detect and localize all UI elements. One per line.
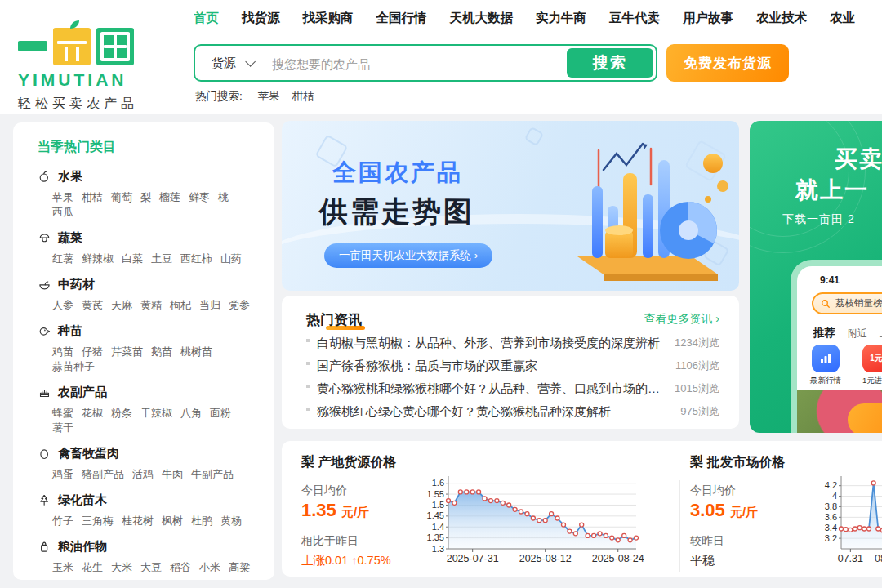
category-item[interactable]: 高粱 bbox=[229, 560, 250, 575]
category-item[interactable]: 面粉 bbox=[210, 406, 231, 421]
nav-item-9[interactable]: 农业 bbox=[830, 8, 855, 28]
news-item[interactable]: 黄心猕猴桃和绿猕猴桃哪个好？从品种、营养、口感到市场的全…1015浏览 bbox=[306, 377, 719, 400]
nav-item-4[interactable]: 天机大数据 bbox=[450, 8, 514, 28]
avg-price-value: 1.35 元/斤 bbox=[301, 500, 369, 521]
search-category-dropdown[interactable]: 货源 bbox=[212, 56, 252, 71]
category-item[interactable]: 蒜苗种子 bbox=[52, 359, 95, 374]
category-item[interactable]: 梨 bbox=[140, 190, 151, 205]
search-input[interactable] bbox=[270, 49, 559, 78]
main-banner[interactable]: 全国农产品 供需走势图 一亩田天机农业大数据系统 › bbox=[282, 121, 739, 291]
phone-tab-1[interactable]: 附近 bbox=[848, 327, 867, 341]
nav-item-6[interactable]: 豆牛代卖 bbox=[609, 8, 660, 28]
phone-tab-0[interactable]: 推荐 bbox=[813, 326, 835, 341]
category-4[interactable]: 农副产品 bbox=[38, 385, 263, 400]
category-item[interactable]: 八角 bbox=[180, 406, 202, 421]
news-more-link[interactable]: 查看更多资讯 › bbox=[644, 312, 719, 327]
category-item[interactable]: 当归 bbox=[199, 298, 220, 313]
category-6[interactable]: 绿化苗木 bbox=[38, 492, 263, 508]
category-item[interactable]: 黄杨 bbox=[220, 514, 242, 528]
market-chart-tile-icon[interactable] bbox=[812, 345, 840, 372]
category-2[interactable]: 中药材 bbox=[38, 277, 263, 292]
banner-cta-button[interactable]: 一亩田天机农业大数据系统 › bbox=[324, 243, 492, 268]
category-item[interactable]: 天麻 bbox=[111, 298, 132, 313]
category-item[interactable]: 党参 bbox=[229, 298, 250, 313]
category-item[interactable]: 竹子 bbox=[52, 514, 74, 528]
category-item[interactable]: 桂花树 bbox=[122, 514, 154, 528]
category-item[interactable]: 人参 bbox=[52, 298, 74, 313]
hot-search-term[interactable]: 柑桔 bbox=[292, 90, 314, 102]
category-item[interactable]: 稻谷 bbox=[170, 560, 191, 575]
bar-chart-icon bbox=[818, 351, 833, 366]
category-item[interactable]: 大豆 bbox=[140, 560, 162, 575]
category-item[interactable]: 牛副产品 bbox=[191, 467, 234, 482]
category-item[interactable]: 薯干 bbox=[52, 421, 74, 435]
nav-item-1[interactable]: 找货源 bbox=[242, 8, 280, 28]
app-download-panel[interactable]: 买卖 就上一 下载一亩田 2 9:41 荔枝销量榜 推荐附近上新 1元 最新行情 bbox=[750, 121, 882, 433]
category-block-1: 蔬菜红薯鲜辣椒白菜土豆西红柿山药 bbox=[38, 230, 263, 266]
category-item[interactable]: 苹果 bbox=[52, 190, 74, 205]
category-item[interactable]: 大米 bbox=[111, 560, 132, 575]
news-item[interactable]: 猕猴桃红心绿心黄心哪个好？黄心猕猴桃品种深度解析975浏览 bbox=[306, 400, 719, 423]
category-item[interactable]: 枸杞 bbox=[170, 298, 191, 313]
news-item[interactable]: 国产徐香猕猴桃：品质与市场的双重赢家1106浏览 bbox=[306, 354, 719, 377]
category-item[interactable]: 葡萄 bbox=[111, 190, 132, 205]
category-5[interactable]: 禽畜牧蛋肉 bbox=[38, 446, 263, 461]
category-3[interactable]: 种苗 bbox=[38, 323, 263, 339]
category-item[interactable]: 活鸡 bbox=[132, 467, 154, 482]
category-item[interactable]: 西瓜 bbox=[52, 205, 74, 220]
category-item[interactable]: 蜂蜜 bbox=[52, 406, 74, 421]
category-item[interactable]: 桃树苗 bbox=[180, 345, 212, 359]
one-yuan-tile-icon[interactable]: 1元 bbox=[862, 345, 882, 372]
category-item[interactable]: 鲜枣 bbox=[189, 190, 210, 205]
category-item[interactable]: 干辣椒 bbox=[140, 406, 172, 421]
category-item[interactable]: 榴莲 bbox=[159, 190, 180, 205]
category-item[interactable]: 三角梅 bbox=[82, 514, 114, 528]
news-header: 热门资讯 查看更多资讯 › bbox=[306, 310, 719, 332]
category-item[interactable]: 小米 bbox=[199, 560, 220, 575]
category-item[interactable]: 花椒 bbox=[82, 406, 103, 421]
category-block-2: 中药材人参黄芪天麻黄精枸杞当归党参 bbox=[38, 277, 263, 313]
nav-item-0[interactable]: 首页 bbox=[194, 8, 219, 28]
category-item[interactable]: 黄芪 bbox=[82, 298, 103, 313]
category-item[interactable]: 杜鹃 bbox=[191, 514, 212, 528]
category-item[interactable]: 鸡蛋 bbox=[52, 467, 74, 482]
category-item[interactable]: 柑桔 bbox=[82, 190, 103, 205]
news-item[interactable]: 白胡椒与黑胡椒：从品种、外形、营养到市场接受度的深度辨析1234浏览 bbox=[306, 332, 719, 354]
nav-item-8[interactable]: 农业技术 bbox=[756, 8, 807, 28]
hot-search-term[interactable]: 苹果 bbox=[258, 90, 280, 102]
phone-search-bar[interactable]: 荔枝销量榜 bbox=[812, 292, 882, 314]
category-7[interactable]: 粮油作物 bbox=[38, 539, 263, 555]
nav-item-3[interactable]: 全国行情 bbox=[376, 8, 427, 28]
category-item[interactable]: 粉条 bbox=[111, 406, 132, 421]
nav-item-2[interactable]: 找采购商 bbox=[303, 8, 354, 28]
publish-supply-button[interactable]: 免费发布货源 bbox=[666, 44, 789, 82]
category-item[interactable]: 芹菜苗 bbox=[111, 345, 143, 359]
category-item[interactable]: 山药 bbox=[220, 252, 242, 266]
category-item[interactable]: 牛肉 bbox=[162, 467, 183, 482]
category-item[interactable]: 桃 bbox=[218, 190, 229, 205]
nav-item-5[interactable]: 实力牛商 bbox=[536, 8, 586, 28]
category-item[interactable]: 鸡苗 bbox=[52, 345, 74, 359]
category-item[interactable]: 西红柿 bbox=[180, 252, 212, 266]
search-button[interactable]: 搜索 bbox=[567, 48, 653, 78]
category-0[interactable]: 水果 bbox=[38, 169, 263, 185]
category-item[interactable]: 土豆 bbox=[151, 252, 172, 266]
category-item[interactable]: 花生 bbox=[82, 560, 103, 575]
herb-icon bbox=[38, 278, 51, 292]
category-item[interactable]: 鲜辣椒 bbox=[82, 252, 114, 266]
category-item[interactable]: 红薯 bbox=[52, 252, 74, 266]
category-item[interactable]: 枫树 bbox=[162, 514, 183, 528]
category-1[interactable]: 蔬菜 bbox=[38, 230, 263, 246]
category-item[interactable]: 黄精 bbox=[140, 298, 162, 313]
category-item[interactable]: 猪副产品 bbox=[82, 467, 124, 482]
bullet-icon bbox=[306, 408, 310, 411]
brand-logo[interactable]: YIMUTIAN 轻松买卖农产品 bbox=[18, 10, 181, 113]
category-block-5: 禽畜牧蛋肉鸡蛋猪副产品活鸡牛肉牛副产品 bbox=[38, 446, 263, 482]
category-item[interactable]: 玉米 bbox=[52, 560, 74, 575]
phone-cta-button[interactable] bbox=[848, 403, 882, 433]
search-icon bbox=[821, 299, 831, 309]
category-item[interactable]: 鹅苗 bbox=[151, 345, 172, 359]
category-item[interactable]: 白菜 bbox=[122, 252, 143, 266]
category-item[interactable]: 仔猪 bbox=[82, 345, 103, 359]
nav-item-7[interactable]: 用户故事 bbox=[683, 8, 733, 28]
